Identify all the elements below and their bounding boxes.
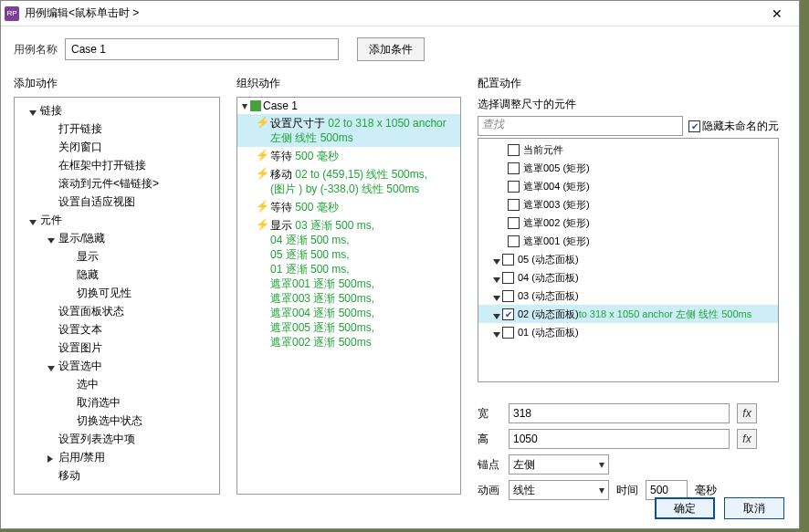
height-input[interactable] [509,429,730,449]
anim-select-value: 线性 [513,483,535,498]
widget-state: to 318 x 1050 anchor 左侧 线性 500ms [579,308,752,321]
action-row[interactable]: ⚡等待 500 毫秒 [237,198,460,216]
widget-row[interactable]: 03 (动态面板) [478,287,778,305]
widget-checkbox[interactable] [508,181,520,193]
tree-item[interactable]: 滚动到元件<锚链接> [16,174,217,193]
height-fx-button[interactable]: fx [737,429,757,449]
widget-checkbox[interactable] [508,199,520,211]
widget-row[interactable]: 遮罩001 (矩形) [478,232,778,250]
action-label: 设置尺寸于 02 to 318 x 1050 anchor 左侧 线性 500m… [268,116,457,145]
tree-item[interactable]: 切换选中状态 [16,412,217,430]
tree-item[interactable]: 取消选中 [16,393,217,412]
search-input[interactable]: 查找 [478,116,683,136]
widget-row[interactable]: 01 (动态面板) [478,323,778,341]
tree-item[interactable]: 移动 [16,466,217,485]
bolt-icon: ⚡ [256,167,268,180]
anim-label: 动画 [478,483,501,498]
chevron-down-icon: ▾ [599,484,604,496]
tree-item[interactable]: 启用/禁用 [16,448,217,466]
widget-label: 02 (动态面板) [518,308,579,321]
tree-item[interactable]: 元件 [16,211,217,229]
bolt-icon: ⚡ [256,218,268,231]
widget-checkbox[interactable] [508,217,520,229]
add-action-heading: 添加动作 [14,76,220,91]
widget-checkbox[interactable] [502,254,514,266]
cfg-action-heading: 配置动作 [478,76,779,91]
tree-item[interactable]: 设置选中 [16,357,217,375]
tree-item[interactable]: 打开链接 [16,120,217,138]
widget-checkbox[interactable] [508,144,520,156]
tree-item[interactable]: 切换可见性 [16,284,217,302]
widget-row[interactable]: 遮罩002 (矩形) [478,214,778,232]
tree-item-label: 设置选中 [58,359,102,374]
widget-tree[interactable]: 当前元件遮罩005 (矩形)遮罩004 (矩形)遮罩003 (矩形)遮罩002 … [478,138,779,382]
tree-item-label: 选中 [77,377,99,392]
anchor-select[interactable]: 左侧 ▾ [509,454,609,475]
tree-item-label: 显示/隐藏 [58,231,105,246]
tree-item-label: 打开链接 [58,121,102,137]
tree-item[interactable]: 显示/隐藏 [16,229,217,247]
caret-icon [66,416,75,425]
tree-item[interactable]: 设置文本 [16,320,217,339]
caret-icon [29,106,38,115]
width-label: 宽 [478,406,501,422]
tree-item[interactable]: 设置自适应视图 [16,193,217,211]
widget-checkbox[interactable] [502,290,514,302]
tree-item[interactable]: 设置列表选中项 [16,430,217,448]
widget-row[interactable]: ✔02 (动态面板) to 318 x 1050 anchor 左侧 线性 50… [478,305,778,323]
action-row[interactable]: ⚡移动 02 to (459,15) 线性 500ms,(图片 ) by (-3… [237,165,460,198]
ok-button[interactable]: 确定 [655,497,715,519]
widget-row[interactable]: 遮罩004 (矩形) [478,177,778,195]
case-icon [250,100,261,111]
action-row[interactable]: ⚡等待 500 毫秒 [237,147,460,165]
tree-item-label: 切换选中状态 [77,413,142,429]
bolt-icon: ⚡ [256,200,268,213]
tree-item[interactable]: 显示 [16,247,217,266]
widget-checkbox[interactable] [508,235,520,247]
action-label: 等待 500 毫秒 [268,200,457,214]
dialog: RP 用例编辑<鼠标单击时 > ✕ 用例名称 添加条件 添加动作 链接打开链接关… [0,0,800,529]
add-condition-button[interactable]: 添加条件 [357,37,425,61]
add-action-tree[interactable]: 链接打开链接关闭窗口在框架中打开链接滚动到元件<锚链接>设置自适应视图元件显示/… [14,97,220,495]
widget-row[interactable]: 04 (动态面板) [478,268,778,287]
widget-checkbox[interactable] [502,272,514,284]
org-action-heading: 组织动作 [236,76,461,91]
hide-unnamed-checkbox[interactable]: ✔ [688,120,700,132]
tree-item[interactable]: 设置图片 [16,339,217,357]
widget-row[interactable]: 05 (动态面板) [478,250,778,268]
tree-item[interactable]: 关闭窗口 [16,138,217,156]
action-row[interactable]: ⚡设置尺寸于 02 to 318 x 1050 anchor 左侧 线性 500… [237,114,460,147]
tree-item[interactable]: 选中 [16,375,217,393]
caret-icon [493,255,502,264]
case-name-input[interactable] [65,38,339,60]
widget-row[interactable]: 当前元件 [478,141,778,159]
time-label: 时间 [616,483,638,498]
close-icon[interactable]: ✕ [759,2,795,26]
tree-item[interactable]: 隐藏 [16,266,217,284]
org-action-pane[interactable]: ▾Case 1⚡设置尺寸于 02 to 318 x 1050 anchor 左侧… [236,97,461,495]
app-logo-icon: RP [5,6,19,21]
widget-checkbox[interactable]: ✔ [502,308,514,320]
case-row[interactable]: ▾Case 1 [237,98,460,114]
widget-row[interactable]: 遮罩005 (矩形) [478,159,778,177]
widget-row[interactable]: 遮罩003 (矩形) [478,195,778,214]
tree-item[interactable]: 在框架中打开链接 [16,156,217,174]
action-row[interactable]: ⚡显示 03 逐渐 500 ms,04 逐渐 500 ms,05 逐渐 500 … [237,216,460,351]
chevron-down-icon: ▾ [599,458,604,471]
anchor-label: 锚点 [478,457,501,473]
tree-item[interactable]: 链接 [16,101,217,120]
widget-checkbox[interactable] [508,162,520,174]
tree-item-label: 关闭窗口 [58,140,102,155]
widget-label: 遮罩004 (矩形) [523,180,590,193]
caret-icon [66,270,75,279]
widget-label: 遮罩002 (矩形) [523,216,590,230]
tree-item[interactable]: 设置面板状态 [16,302,217,320]
widget-label: 05 (动态面板) [518,253,579,266]
widget-checkbox[interactable] [502,327,514,339]
widget-label: 当前元件 [523,143,563,157]
width-input[interactable] [509,403,730,423]
width-fx-button[interactable]: fx [737,403,757,423]
anim-select[interactable]: 线性 ▾ [509,480,609,500]
cancel-button[interactable]: 取消 [724,497,784,519]
caret-icon [47,343,57,352]
